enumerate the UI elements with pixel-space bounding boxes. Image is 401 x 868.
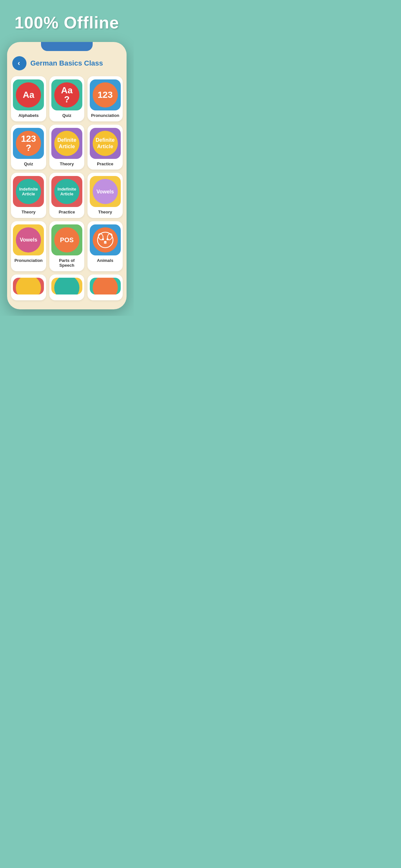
indefinite-theory-label: Theory [22, 210, 35, 215]
quiz2-icon-text: 123 [21, 134, 36, 144]
animals-label: Animals [97, 258, 113, 263]
indefinite-practice-icon-bg: IndefiniteArticle [51, 176, 82, 207]
partial-1-icon-bg [13, 278, 44, 294]
indefinite-practice-label: Practice [59, 210, 75, 215]
indefinite-practice-card[interactable]: IndefiniteArticle Practice [50, 173, 85, 218]
dog-icon [97, 231, 114, 248]
alphabets-card[interactable]: Aa Alphabets [11, 76, 46, 121]
vowels-pronunciation-card[interactable]: Vowels Pronunciation [11, 221, 46, 271]
phone-header: ‹ German Basics Class [7, 51, 127, 73]
offline-title: 100% Offline [8, 0, 126, 42]
quiz1-icon-bg: Aa ? [51, 80, 82, 111]
vowels-pronunciation-icon-circle: Vowels [16, 227, 41, 252]
quiz2-icon-circle: 123 ? [16, 131, 41, 156]
vowels-theory-icon-circle: Vowels [93, 179, 118, 204]
back-icon: ‹ [18, 60, 20, 67]
indefinite-theory-icon-bg: IndefiniteArticle [13, 176, 44, 207]
pronunciation1-label: Pronunciation [91, 113, 119, 118]
pronunciation1-icon-circle: 123 [93, 82, 118, 107]
vowels-theory-icon-text: Vowels [96, 189, 114, 195]
svg-point-0 [97, 232, 113, 248]
definite-practice-icon-bg: DefiniteArticle [90, 128, 121, 159]
quiz1-icon-circle: Aa ? [54, 82, 80, 107]
pos-icon-circle: POS [54, 227, 80, 252]
vowels-pronunciation-label: Pronunciation [14, 258, 42, 263]
svg-point-5 [104, 241, 106, 243]
phone-frame: ‹ German Basics Class Aa Alphabets Aa ? [7, 42, 127, 309]
partial-card-3[interactable] [88, 275, 123, 300]
lesson-grid: Aa Alphabets Aa ? Quiz 123 [7, 73, 127, 303]
definite-practice-icon-text: DefiniteArticle [96, 137, 115, 149]
indefinite-theory-card[interactable]: IndefiniteArticle Theory [11, 173, 46, 218]
pos-icon-bg: POS [51, 224, 82, 255]
definite-theory-icon-bg: DefiniteArticle [51, 128, 82, 159]
quiz1-card[interactable]: Aa ? Quiz [50, 76, 85, 121]
pos-card[interactable]: POS Parts of Speech [50, 221, 85, 271]
definite-theory-card[interactable]: DefiniteArticle Theory [50, 125, 85, 170]
indefinite-practice-icon-text: IndefiniteArticle [58, 187, 76, 197]
vowels-theory-card[interactable]: Vowels Theory [88, 173, 123, 218]
quiz2-label: Quiz [24, 161, 33, 166]
pronunciation1-icon-bg: 123 [90, 80, 121, 111]
partial-card-2[interactable] [50, 275, 85, 300]
quiz2-card[interactable]: 123 ? Quiz [11, 125, 46, 170]
indefinite-theory-icon-text: IndefiniteArticle [19, 187, 38, 197]
partial-1-circle [16, 278, 41, 294]
quiz1-label: Quiz [62, 113, 71, 118]
svg-point-4 [106, 238, 109, 240]
definite-practice-label: Practice [97, 161, 113, 166]
alphabets-icon-circle: Aa [16, 82, 41, 107]
quiz2-icon-bg: 123 ? [13, 128, 44, 159]
vowels-theory-icon-bg: Vowels [90, 176, 121, 207]
animals-card[interactable]: Animals [88, 221, 123, 271]
partial-3-circle [93, 278, 118, 294]
back-button[interactable]: ‹ [12, 56, 27, 70]
animals-icon-circle [93, 227, 118, 252]
partial-card-1[interactable] [11, 275, 46, 300]
pos-label: Parts of Speech [51, 258, 83, 268]
quiz1-icon-subtext: ? [61, 95, 73, 104]
indefinite-practice-icon-circle: IndefiniteArticle [54, 179, 80, 204]
partial-2-icon-bg [51, 278, 82, 294]
pos-icon-text: POS [60, 236, 73, 244]
vowels-theory-label: Theory [98, 210, 112, 215]
pronunciation1-card[interactable]: 123 Pronunciation [88, 76, 123, 121]
quiz1-icon-text: Aa [61, 86, 73, 95]
definite-practice-card[interactable]: DefiniteArticle Practice [88, 125, 123, 170]
indefinite-theory-icon-circle: IndefiniteArticle [16, 179, 41, 204]
alphabets-icon-bg: Aa [13, 80, 44, 111]
phone-notch [41, 42, 93, 51]
pronunciation1-icon-text: 123 [97, 90, 113, 99]
alphabets-icon-text: Aa [23, 90, 34, 99]
definite-practice-icon-circle: DefiniteArticle [93, 131, 118, 156]
vowels-pronunciation-icon-text: Vowels [20, 237, 37, 243]
partial-2-circle [54, 278, 80, 294]
definite-theory-icon-circle: DefiniteArticle [54, 131, 80, 156]
svg-point-3 [102, 238, 104, 240]
vowels-pronunciation-icon-bg: Vowels [13, 224, 44, 255]
definite-theory-label: Theory [60, 161, 73, 166]
alphabets-label: Alphabets [19, 113, 39, 118]
quiz2-icon-subtext: ? [21, 144, 36, 152]
animals-icon-bg [90, 224, 121, 255]
page-title: German Basics Class [30, 59, 103, 67]
partial-3-icon-bg [90, 278, 121, 294]
definite-theory-icon-text: DefiniteArticle [58, 137, 76, 149]
